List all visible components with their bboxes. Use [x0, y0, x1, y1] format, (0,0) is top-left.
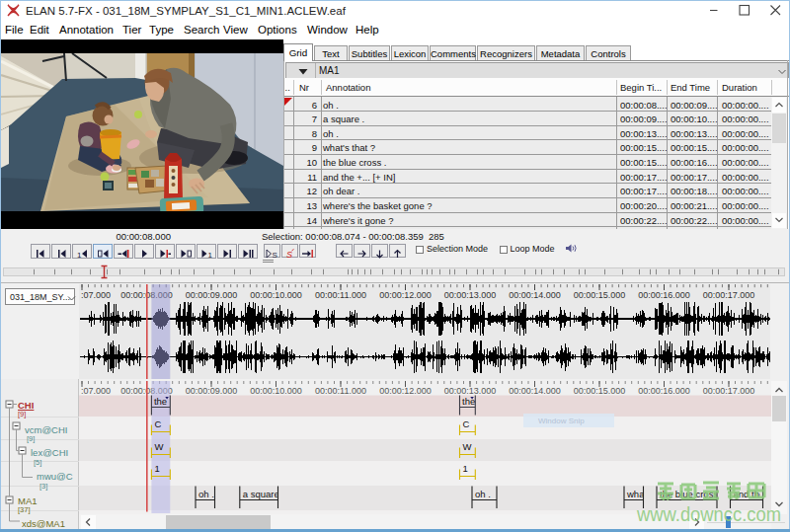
svg-text:00:00:09.000: 00:00:09.000 — [186, 290, 238, 300]
svg-text:00:00:09.000: 00:00:09.000 — [186, 386, 238, 396]
svg-text:00:00:15.000: 00:00:15.000 — [574, 290, 626, 300]
svg-text:00:00:10.000: 00:00:10.000 — [250, 290, 302, 300]
svg-text:00:00:12.000: 00:00:12.000 — [379, 386, 432, 396]
svg-text:C: C — [463, 418, 470, 429]
svg-text:W: W — [154, 441, 163, 452]
svg-text:00:00:14.000: 00:00:14.000 — [509, 290, 561, 300]
svg-text:00:00:11.000: 00:00:11.000 — [315, 386, 366, 396]
svg-text::07.000: :07.000 — [81, 386, 111, 396]
svg-text:00:00:17.000: 00:00:17.000 — [703, 290, 755, 300]
svg-text:00:00:13.000: 00:00:13.000 — [444, 290, 497, 300]
svg-text:W: W — [463, 441, 472, 452]
svg-text:00:00:15.000: 00:00:15.000 — [574, 386, 626, 396]
svg-text:S: S — [286, 250, 292, 260]
svg-text:the: the — [154, 396, 167, 407]
svg-text:C: C — [154, 418, 161, 429]
svg-text:00:00:11.000: 00:00:11.000 — [315, 290, 366, 300]
svg-text:1: 1 — [208, 250, 213, 259]
svg-text:1: 1 — [463, 463, 468, 474]
svg-text:00:00:16.000: 00:00:16.000 — [638, 290, 690, 300]
svg-text:00:00:10.000: 00:00:10.000 — [250, 386, 302, 396]
svg-text:oh .: oh . — [198, 489, 214, 499]
svg-text:00:00:17.000: 00:00:17.000 — [703, 386, 755, 396]
svg-text:00:00:16.000: 00:00:16.000 — [638, 386, 690, 396]
svg-text:the blue cross: the blue cross — [660, 489, 718, 499]
svg-text:00:00:12.000: 00:00:12.000 — [379, 290, 432, 300]
svg-text:oh .: oh . — [475, 489, 491, 499]
svg-text:and the: and the — [734, 489, 765, 499]
svg-text:S: S — [272, 251, 276, 260]
svg-text::07.000: :07.000 — [81, 290, 111, 300]
svg-text:1: 1 — [77, 250, 82, 259]
svg-text:1: 1 — [154, 463, 159, 474]
svg-text:00:00:13.000: 00:00:13.000 — [444, 386, 497, 396]
svg-text:00:00:14.000: 00:00:14.000 — [509, 386, 561, 396]
